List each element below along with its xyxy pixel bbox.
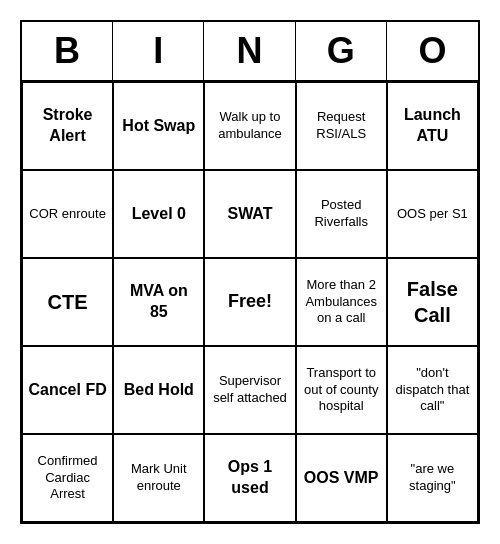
bingo-grid: Stroke AlertHot SwapWalk up to ambulance… — [22, 82, 478, 522]
bingo-cell-17[interactable]: Supervisor self attached — [204, 346, 295, 434]
bingo-cell-19[interactable]: "don't dispatch that call" — [387, 346, 478, 434]
bingo-cell-7[interactable]: SWAT — [204, 170, 295, 258]
bingo-card: BINGO Stroke AlertHot SwapWalk up to amb… — [20, 20, 480, 524]
bingo-cell-6[interactable]: Level 0 — [113, 170, 204, 258]
bingo-cell-23[interactable]: OOS VMP — [296, 434, 387, 522]
bingo-cell-9[interactable]: OOS per S1 — [387, 170, 478, 258]
bingo-cell-15[interactable]: Cancel FD — [22, 346, 113, 434]
bingo-cell-21[interactable]: Mark Unit enroute — [113, 434, 204, 522]
header-letter-o: O — [387, 22, 478, 80]
bingo-cell-14[interactable]: False Call — [387, 258, 478, 346]
bingo-cell-11[interactable]: MVA on 85 — [113, 258, 204, 346]
header-letter-i: I — [113, 22, 204, 80]
bingo-cell-5[interactable]: COR enroute — [22, 170, 113, 258]
bingo-cell-18[interactable]: Transport to out of county hospital — [296, 346, 387, 434]
bingo-header: BINGO — [22, 22, 478, 82]
bingo-cell-8[interactable]: Posted Riverfalls — [296, 170, 387, 258]
bingo-cell-20[interactable]: Confirmed Cardiac Arrest — [22, 434, 113, 522]
bingo-cell-1[interactable]: Hot Swap — [113, 82, 204, 170]
bingo-cell-10[interactable]: CTE — [22, 258, 113, 346]
bingo-cell-0[interactable]: Stroke Alert — [22, 82, 113, 170]
bingo-cell-24[interactable]: "are we staging" — [387, 434, 478, 522]
bingo-cell-16[interactable]: Bed Hold — [113, 346, 204, 434]
bingo-cell-12[interactable]: Free! — [204, 258, 295, 346]
header-letter-b: B — [22, 22, 113, 80]
bingo-cell-4[interactable]: Launch ATU — [387, 82, 478, 170]
header-letter-g: G — [296, 22, 387, 80]
bingo-cell-3[interactable]: Request RSI/ALS — [296, 82, 387, 170]
bingo-cell-13[interactable]: More than 2 Ambulances on a call — [296, 258, 387, 346]
bingo-cell-22[interactable]: Ops 1 used — [204, 434, 295, 522]
bingo-cell-2[interactable]: Walk up to ambulance — [204, 82, 295, 170]
header-letter-n: N — [204, 22, 295, 80]
